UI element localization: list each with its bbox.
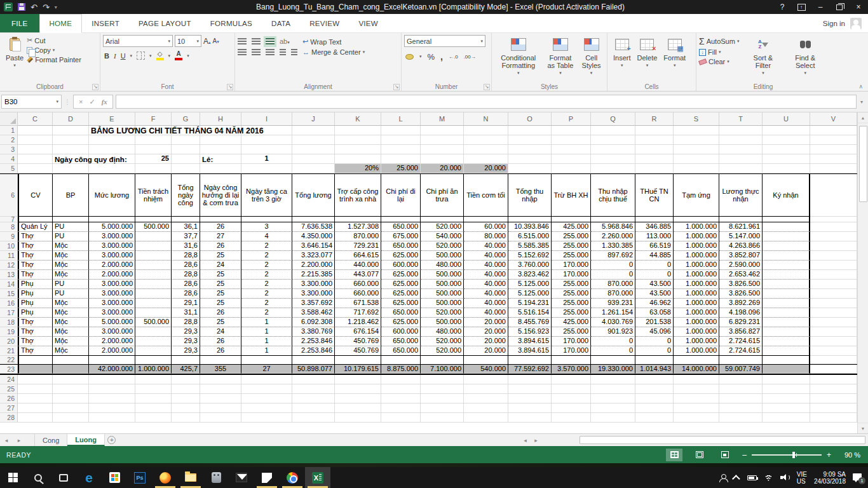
store-app[interactable] [102, 467, 127, 488]
cell[interactable]: 625.000 [381, 270, 421, 280]
cell[interactable] [53, 403, 89, 413]
cell[interactable] [763, 251, 810, 261]
cell[interactable] [172, 384, 200, 394]
cell[interactable] [135, 164, 172, 173]
tab-file[interactable]: FILE [0, 14, 39, 32]
cell[interactable] [172, 375, 200, 384]
cell[interactable]: 4 [241, 232, 292, 241]
cell[interactable] [464, 394, 508, 403]
cell[interactable] [18, 126, 53, 135]
cell[interactable]: 29,3 [172, 346, 200, 356]
borders-caret-icon[interactable]: ▾ [149, 53, 152, 58]
cell[interactable]: 4.198.096 [719, 308, 763, 318]
wrap-text-button[interactable]: ↩Wrap Text [302, 37, 365, 46]
cell[interactable] [810, 135, 857, 145]
cell[interactable] [763, 232, 810, 241]
normal-view-button[interactable] [666, 449, 682, 461]
cell[interactable] [421, 413, 464, 423]
cell[interactable]: 2 [241, 270, 292, 280]
cell[interactable] [763, 299, 810, 308]
cell[interactable] [421, 356, 464, 364]
cell[interactable] [635, 217, 674, 222]
format-painter-button[interactable]: Format Painter [27, 56, 81, 64]
cell[interactable] [719, 413, 763, 423]
cell[interactable] [810, 413, 857, 423]
copy-button[interactable]: Copy▾ [27, 46, 81, 54]
cell[interactable]: 3.892.269 [719, 299, 763, 308]
cell[interactable]: 2.253.846 [292, 346, 335, 356]
cell[interactable]: 42.000.000 [89, 365, 135, 374]
row-header-26[interactable]: 26 [0, 394, 18, 403]
cell[interactable] [53, 145, 89, 154]
cell[interactable] [381, 356, 421, 364]
cell[interactable] [53, 365, 89, 374]
cell[interactable]: 46.962 [635, 299, 674, 308]
cell[interactable]: 3.300.000 [292, 289, 335, 299]
cell[interactable]: PU [53, 232, 89, 241]
cell[interactable]: 113.000 [635, 232, 674, 241]
align-right-button[interactable] [266, 49, 275, 56]
cell[interactable] [135, 346, 172, 356]
cell[interactable] [241, 375, 292, 384]
cell[interactable] [381, 375, 421, 384]
cell[interactable] [381, 126, 421, 135]
scroll-down-icon[interactable]: ▼ [858, 423, 868, 433]
cell[interactable]: PU [53, 280, 89, 289]
excel-logo-icon[interactable] [4, 3, 13, 11]
cell[interactable] [508, 126, 552, 135]
cell[interactable] [200, 135, 241, 145]
cell[interactable]: 1.000.000 [674, 222, 719, 232]
search-button[interactable] [25, 467, 51, 488]
cell[interactable]: 1 [241, 346, 292, 356]
cell[interactable]: 2.000.000 [89, 337, 135, 346]
align-bottom-button[interactable] [266, 38, 275, 45]
alignment-dialog-launcher-icon[interactable]: ↘ [393, 84, 400, 90]
cell[interactable]: THuế TN CN [635, 174, 674, 217]
cell[interactable] [719, 126, 763, 135]
cell[interactable] [464, 135, 508, 145]
cell[interactable] [591, 135, 635, 145]
cell[interactable]: 520.000 [421, 346, 464, 356]
cell[interactable] [381, 135, 421, 145]
cell[interactable]: 66.519 [635, 241, 674, 251]
cell[interactable] [200, 375, 241, 384]
cell[interactable] [421, 126, 464, 135]
cell[interactable] [335, 154, 381, 164]
cell[interactable]: 80.000 [464, 232, 508, 241]
cell[interactable] [172, 126, 200, 135]
cell[interactable]: 870.000 [591, 280, 635, 289]
cell[interactable]: 255.000 [552, 280, 591, 289]
cell[interactable]: 4.263.866 [719, 241, 763, 251]
cell[interactable] [135, 289, 172, 299]
cell[interactable] [635, 154, 674, 164]
cell[interactable]: 5.147.000 [719, 232, 763, 241]
cell[interactable] [335, 375, 381, 384]
cell[interactable]: 500.000 [421, 280, 464, 289]
cell[interactable]: 520.000 [421, 241, 464, 251]
start-button[interactable] [0, 467, 25, 488]
cell[interactable] [335, 145, 381, 154]
cell[interactable]: 25 [200, 270, 241, 280]
cell[interactable]: 20.000 [464, 327, 508, 337]
cell[interactable] [763, 365, 810, 374]
qat-customize-icon[interactable]: ▾ [55, 4, 57, 10]
cell[interactable]: 3.856.827 [719, 327, 763, 337]
cell[interactable] [135, 251, 172, 261]
cell[interactable] [810, 308, 857, 318]
scroll-right-icon[interactable]: ▸ [531, 437, 541, 444]
column-header-H[interactable]: H [200, 112, 241, 126]
cell[interactable]: 29,3 [172, 337, 200, 346]
cell[interactable]: Ngày công hưởng đi lại & cơm trưa [200, 174, 241, 217]
cell[interactable] [810, 154, 857, 164]
cell[interactable]: 5.125.000 [508, 280, 552, 289]
zoom-level[interactable]: 90 % [840, 451, 860, 459]
cell[interactable] [135, 126, 172, 135]
expand-formula-bar-icon[interactable]: ▾ [857, 99, 867, 105]
cell[interactable] [172, 356, 200, 364]
cell[interactable]: 40.000 [464, 251, 508, 261]
cell[interactable] [508, 164, 552, 173]
cell[interactable]: 20.000 [464, 337, 508, 346]
cell[interactable] [763, 308, 810, 318]
cell[interactable]: 3.570.000 [552, 365, 591, 374]
cell[interactable]: 600.000 [381, 327, 421, 337]
